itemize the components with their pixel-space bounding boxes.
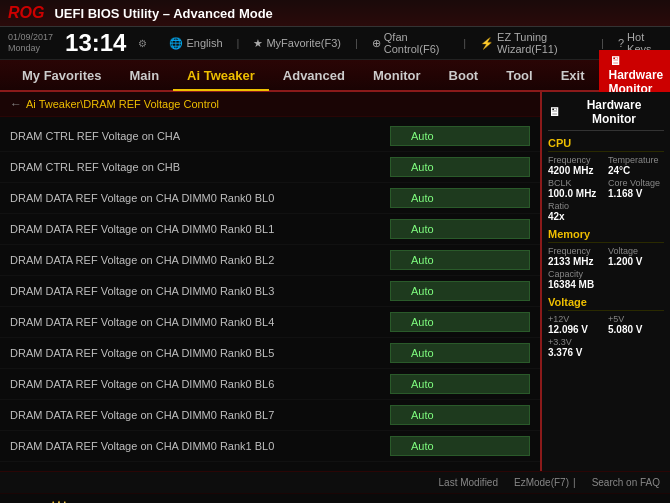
last-modified-item: Last Modified	[439, 477, 498, 488]
voltage-grid: +12V 12.096 V +5V 5.080 V +3.3V 3.376 V	[548, 314, 664, 358]
setting-label: DRAM DATA REF Voltage on CHA DIMM0 Rank0…	[10, 316, 390, 328]
setting-label: DRAM DATA REF Voltage on CHA DIMM0 Rank0…	[10, 223, 390, 235]
setting-row-0[interactable]: DRAM CTRL REF Voltage on CHA Auto	[0, 121, 540, 152]
nav-exit[interactable]: Exit	[547, 62, 599, 89]
divider2: |	[355, 37, 358, 49]
ez-mode-label[interactable]: EzMode(F7)	[514, 477, 569, 488]
main-layout: ← Ai Tweaker\DRAM REF Voltage Control DR…	[0, 92, 670, 471]
setting-row-9[interactable]: DRAM DATA REF Voltage on CHA DIMM0 Rank0…	[0, 400, 540, 431]
cpu-section-title: CPU	[548, 137, 664, 152]
setting-label: DRAM CTRL REF Voltage on CHA	[10, 130, 390, 142]
setting-value[interactable]: Auto	[390, 219, 530, 239]
back-arrow[interactable]: ←	[10, 97, 22, 111]
setting-label: DRAM DATA REF Voltage on CHA DIMM0 Rank1…	[10, 440, 390, 452]
last-modified-label: Last Modified	[439, 477, 498, 488]
settings-list: DRAM CTRL REF Voltage on CHA Auto DRAM C…	[0, 117, 540, 471]
settings-icon[interactable]: ⚙	[138, 38, 147, 49]
setting-label: DRAM DATA REF Voltage on CHA DIMM0 Rank0…	[10, 378, 390, 390]
monitor-icon: 🖥	[609, 54, 621, 68]
divider4: |	[601, 37, 604, 49]
search-faq-label[interactable]: Search on FAQ	[592, 477, 660, 488]
setting-value[interactable]: Auto	[390, 281, 530, 301]
logo-bar: i 🔱 PURE PC Wybierz to, co Kreujesz Vers…	[0, 493, 670, 503]
setting-row-4[interactable]: DRAM DATA REF Voltage on CHA DIMM0 Rank0…	[0, 245, 540, 276]
memory-section-title: Memory	[548, 228, 664, 243]
setting-row-2[interactable]: DRAM DATA REF Voltage on CHA DIMM0 Rank0…	[0, 183, 540, 214]
nav-ai-tweaker[interactable]: Ai Tweaker	[173, 62, 269, 91]
setting-row-8[interactable]: DRAM DATA REF Voltage on CHA DIMM0 Rank0…	[0, 369, 540, 400]
v5: +5V 5.080 V	[608, 314, 664, 335]
footer: Last Modified EzMode(F7) | Search on FAQ	[0, 471, 670, 493]
nav-boot[interactable]: Boot	[435, 62, 493, 89]
ez-mode-item[interactable]: EzMode(F7) |	[514, 477, 576, 488]
ez-tuning-link[interactable]: ⚡ EZ Tuning Wizard(F11)	[480, 31, 587, 55]
setting-label: DRAM DATA REF Voltage on CHA DIMM0 Rank0…	[10, 192, 390, 204]
breadcrumb[interactable]: ← Ai Tweaker\DRAM REF Voltage Control	[0, 92, 540, 117]
setting-label: DRAM DATA REF Voltage on CHA DIMM0 Rank0…	[10, 347, 390, 359]
nav-advanced[interactable]: Advanced	[269, 62, 359, 89]
mem-freq: Frequency 2133 MHz	[548, 246, 604, 267]
monitor-icon2: 🖥	[548, 105, 560, 119]
pure-pc-logo: 🔱 PURE PC	[40, 500, 78, 504]
top-icons: 🌐 English | ★ MyFavorite(F3) | ⊕ Qfan Co…	[169, 31, 662, 55]
nav-bar: My Favorites Main Ai Tweaker Advanced Mo…	[0, 60, 670, 92]
my-favorite-link[interactable]: ★ MyFavorite(F3)	[253, 37, 341, 50]
cpu-freq-label: Frequency 4200 MHz	[548, 155, 604, 176]
setting-row-10[interactable]: DRAM DATA REF Voltage on CHA DIMM0 Rank1…	[0, 431, 540, 462]
date-area: 01/09/2017 Monday	[8, 32, 53, 54]
setting-label: DRAM DATA REF Voltage on CHA DIMM0 Rank0…	[10, 409, 390, 421]
hw-monitor-panel: 🖥 Hardware Monitor CPU Frequency 4200 MH…	[540, 92, 670, 471]
nav-tool[interactable]: Tool	[492, 62, 546, 89]
setting-value[interactable]: Auto	[390, 374, 530, 394]
cpu-core-voltage: Core Voltage 1.168 V	[608, 178, 664, 199]
nav-my-favorites[interactable]: My Favorites	[8, 62, 115, 89]
setting-row-1[interactable]: DRAM CTRL REF Voltage on CHB Auto	[0, 152, 540, 183]
memory-grid: Frequency 2133 MHz Voltage 1.200 V Capac…	[548, 246, 664, 290]
nav-monitor[interactable]: Monitor	[359, 62, 435, 89]
hw-monitor-title: 🖥 Hardware Monitor	[548, 98, 664, 131]
divider3: |	[463, 37, 466, 49]
mem-capacity: Capacity 16384 MB	[548, 269, 664, 290]
time-display: 13:14	[65, 29, 126, 57]
cpu-grid: Frequency 4200 MHz Temperature 24°C BCLK…	[548, 155, 664, 222]
mem-voltage: Voltage 1.200 V	[608, 246, 664, 267]
setting-value[interactable]: Auto	[390, 436, 530, 456]
setting-value[interactable]: Auto	[390, 126, 530, 146]
cpu-temp-label: Temperature 24°C	[608, 155, 664, 176]
setting-value[interactable]: Auto	[390, 250, 530, 270]
setting-value[interactable]: Auto	[390, 343, 530, 363]
setting-row-3[interactable]: DRAM DATA REF Voltage on CHA DIMM0 Rank0…	[0, 214, 540, 245]
v33: +3.3V 3.376 V	[548, 337, 664, 358]
cpu-ratio: Ratio 42x	[548, 201, 604, 222]
header: ROG UEFI BIOS Utility – Advanced Mode	[0, 0, 670, 27]
nav-main[interactable]: Main	[115, 62, 173, 89]
logo-symbol: 🔱	[49, 500, 69, 504]
setting-value[interactable]: Auto	[390, 188, 530, 208]
qfan-link[interactable]: ⊕ Qfan Control(F6)	[372, 31, 449, 55]
v12: +12V 12.096 V	[548, 314, 604, 335]
rog-logo: ROG	[8, 4, 44, 22]
setting-row-5[interactable]: DRAM DATA REF Voltage on CHA DIMM0 Rank0…	[0, 276, 540, 307]
setting-row-6[interactable]: DRAM DATA REF Voltage on CHA DIMM0 Rank0…	[0, 307, 540, 338]
setting-label: DRAM DATA REF Voltage on CHA DIMM0 Rank0…	[10, 254, 390, 266]
separator: |	[573, 477, 576, 488]
content-area: ← Ai Tweaker\DRAM REF Voltage Control DR…	[0, 92, 540, 471]
setting-value[interactable]: Auto	[390, 157, 530, 177]
divider: |	[237, 37, 240, 49]
cpu-bclk: BCLK 100.0 MHz	[548, 178, 604, 199]
setting-label: DRAM CTRL REF Voltage on CHB	[10, 161, 390, 173]
language-selector[interactable]: 🌐 English	[169, 37, 222, 50]
search-faq-item[interactable]: Search on FAQ	[592, 477, 660, 488]
breadcrumb-path: Ai Tweaker\DRAM REF Voltage Control	[26, 98, 219, 110]
day: Monday	[8, 43, 53, 54]
setting-row-7[interactable]: DRAM DATA REF Voltage on CHA DIMM0 Rank0…	[0, 338, 540, 369]
date: 01/09/2017	[8, 32, 53, 43]
voltage-section-title: Voltage	[548, 296, 664, 311]
datetime-bar: 01/09/2017 Monday 13:14 ⚙ 🌐 English | ★ …	[0, 27, 670, 60]
bios-title: UEFI BIOS Utility – Advanced Mode	[54, 6, 272, 21]
setting-label: DRAM DATA REF Voltage on CHA DIMM0 Rank0…	[10, 285, 390, 297]
setting-value[interactable]: Auto	[390, 312, 530, 332]
setting-value[interactable]: Auto	[390, 405, 530, 425]
